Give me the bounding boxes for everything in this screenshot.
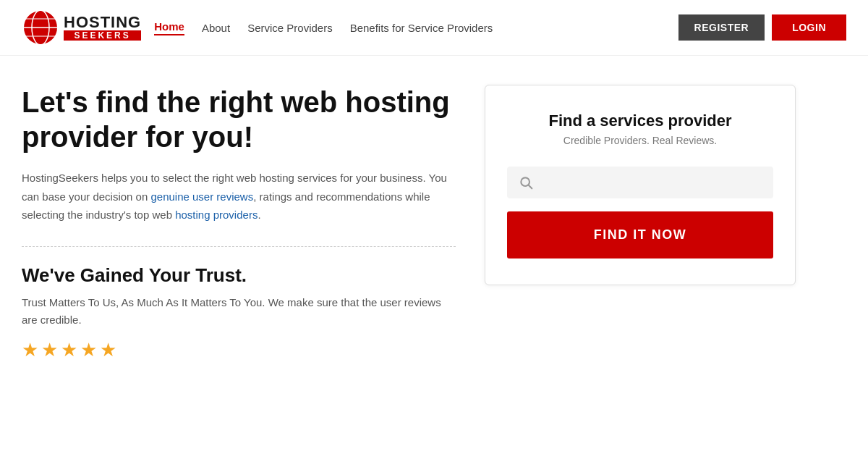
star-2: ★ bbox=[41, 339, 58, 361]
card-title: Find a services provider bbox=[507, 112, 773, 130]
hosting-providers-link[interactable]: hosting providers bbox=[175, 209, 258, 221]
star-3: ★ bbox=[61, 339, 77, 361]
section-divider bbox=[22, 246, 456, 247]
logo[interactable]: HOSTING SEEKERS bbox=[22, 9, 141, 46]
nav-home[interactable]: Home bbox=[154, 20, 184, 35]
star-5: ★ bbox=[100, 339, 116, 361]
logo-seekers-text: SEEKERS bbox=[64, 30, 141, 41]
search-card: Find a services provider Credible Provid… bbox=[485, 85, 796, 285]
genuine-reviews-link[interactable]: genuine user reviews bbox=[150, 190, 253, 203]
search-input[interactable] bbox=[540, 177, 762, 189]
main-content: Let's find the right web hosting provide… bbox=[0, 56, 868, 390]
hero-description: HostingSeekers helps you to select the r… bbox=[22, 169, 456, 224]
logo-globe-icon bbox=[22, 9, 59, 46]
left-column: Let's find the right web hosting provide… bbox=[22, 85, 456, 361]
right-column: Find a services provider Credible Provid… bbox=[485, 85, 796, 361]
nav-links: Home About Service Providers Benefits fo… bbox=[154, 20, 678, 35]
card-subtitle: Credible Providers. Real Reviews. bbox=[507, 135, 773, 146]
nav-service-providers[interactable]: Service Providers bbox=[247, 22, 333, 34]
nav-about[interactable]: About bbox=[202, 22, 230, 34]
star-1: ★ bbox=[22, 339, 38, 361]
nav-benefits[interactable]: Benefits for Service Providers bbox=[350, 22, 493, 34]
search-icon bbox=[519, 175, 533, 190]
trust-heading: We've Gained Your Trust. bbox=[22, 264, 456, 287]
register-button[interactable]: REGISTER bbox=[678, 14, 765, 41]
star-4: ★ bbox=[80, 339, 97, 361]
svg-line-7 bbox=[529, 185, 532, 189]
login-button[interactable]: LOGIN bbox=[772, 14, 846, 41]
navbar: HOSTING SEEKERS Home About Service Provi… bbox=[0, 0, 868, 56]
trust-description: Trust Matters To Us, As Much As It Matte… bbox=[22, 294, 456, 329]
hero-heading: Let's find the right web hosting provide… bbox=[22, 85, 456, 154]
nav-actions: REGISTER LOGIN bbox=[678, 14, 846, 41]
search-input-wrap bbox=[507, 167, 773, 198]
star-rating: ★ ★ ★ ★ ★ bbox=[22, 339, 456, 361]
find-it-now-button[interactable]: FIND IT NOW bbox=[507, 211, 773, 258]
logo-hosting-text: HOSTING bbox=[64, 14, 141, 30]
